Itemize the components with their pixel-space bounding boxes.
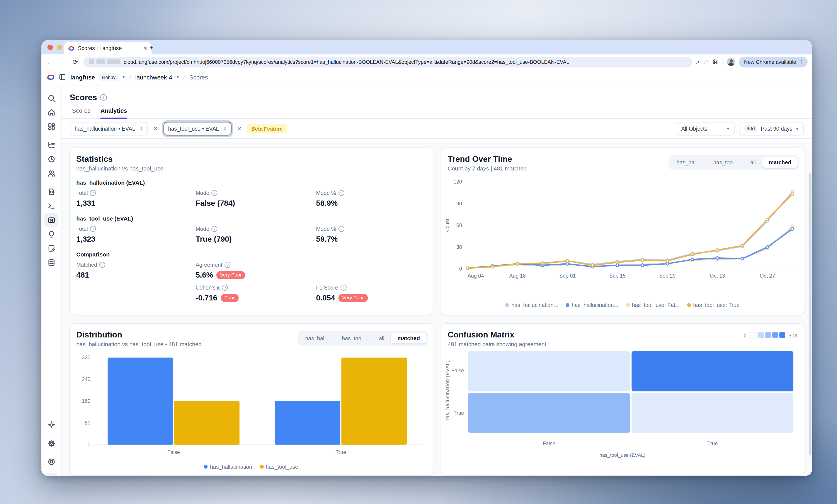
bookmark-star-icon[interactable]: ☆ bbox=[703, 58, 709, 66]
desktop: Scores | Langfuse ✕ + ← → ⟳ cloud.langfu… bbox=[0, 0, 837, 504]
chevron-down-icon: ▾ bbox=[727, 126, 729, 131]
support-lifebuoy-icon[interactable] bbox=[44, 454, 58, 469]
url-text: cloud.langfuse.com/project/cmhnuoj660007… bbox=[124, 59, 569, 65]
breadcrumb-org[interactable]: langfuse bbox=[70, 74, 95, 80]
help-icon[interactable]: ? bbox=[90, 190, 96, 196]
tab-scores[interactable]: Scores bbox=[72, 107, 91, 118]
browser-menu-icon[interactable]: ⋮ bbox=[799, 59, 804, 65]
svg-text:Aug 04: Aug 04 bbox=[467, 273, 484, 279]
chevrons-up-down-icon: ▲▼ bbox=[224, 126, 227, 131]
sidebar-item-scores[interactable] bbox=[44, 213, 58, 227]
help-icon[interactable]: ? bbox=[222, 285, 228, 291]
trend-chart: 0306090120Aug 04Aug 18Sep 01Sep 15Sep 29… bbox=[443, 176, 800, 290]
sidebar-item-playground[interactable] bbox=[44, 199, 58, 213]
page-scrollbar[interactable] bbox=[809, 173, 812, 456]
segment-score2[interactable]: has_too... bbox=[336, 333, 373, 343]
url-bar[interactable]: cloud.langfuse.com/project/cmhnuoj660007… bbox=[84, 56, 692, 67]
confusion-cell-true-true[interactable] bbox=[631, 393, 793, 433]
sidebar-toggle-icon[interactable] bbox=[59, 74, 66, 81]
close-window-button[interactable] bbox=[48, 45, 53, 50]
forward-button[interactable]: → bbox=[58, 58, 67, 66]
score2-remove-button[interactable]: ✕ bbox=[236, 125, 243, 131]
help-icon[interactable]: ? bbox=[100, 262, 106, 268]
reload-button[interactable]: ⟳ bbox=[71, 58, 79, 66]
distribution-card: Distribution has_hallucination vs has_to… bbox=[69, 323, 433, 476]
trend-legend: has_hallucination...has_hallucination...… bbox=[441, 302, 804, 308]
date-range-select[interactable]: 90d Past 90 days ▾ bbox=[739, 122, 804, 135]
langfuse-logo bbox=[47, 73, 54, 81]
sidebar-item-search[interactable] bbox=[44, 91, 58, 105]
object-type-select[interactable]: All Objects ▾ bbox=[676, 122, 734, 135]
help-icon[interactable]: ? bbox=[338, 190, 344, 196]
sidebar-item-prompts[interactable] bbox=[44, 185, 58, 199]
confusion-cell-false-false[interactable] bbox=[468, 351, 630, 391]
segment-score1[interactable]: has_hal... bbox=[670, 157, 707, 168]
breadcrumb-page: Scores bbox=[190, 74, 208, 80]
beta-feature-badge: Beta Feature bbox=[247, 124, 287, 133]
project-chevron-down-icon[interactable]: ▾ bbox=[177, 75, 179, 80]
legend-item: has_tool_use bbox=[260, 464, 298, 470]
browser-tab[interactable]: Scores | Langfuse ✕ bbox=[64, 42, 152, 55]
score2-select[interactable]: has_tool_use • EVAL ▲▼ bbox=[163, 122, 231, 135]
page-info-icon[interactable]: i bbox=[100, 94, 107, 100]
tab-close-icon[interactable]: ✕ bbox=[143, 45, 148, 51]
new-tab-button[interactable]: + bbox=[149, 44, 154, 51]
whats-new-sparkle-icon[interactable] bbox=[44, 417, 58, 432]
svg-text:Aug 18: Aug 18 bbox=[509, 273, 525, 279]
svg-text:30: 30 bbox=[456, 244, 462, 250]
sidebar-item-datasets[interactable] bbox=[44, 241, 58, 255]
user-avatar[interactable]: M bbox=[45, 473, 57, 476]
breadcrumb-divider: / bbox=[182, 73, 186, 81]
score1-select[interactable]: has_hallucination • EVAL ▲▼ bbox=[70, 122, 148, 135]
scale-swatch bbox=[758, 332, 764, 338]
svg-text:0: 0 bbox=[88, 442, 90, 447]
sidebar-item-home[interactable] bbox=[44, 105, 58, 119]
sidebar-item-sessions[interactable] bbox=[44, 152, 58, 166]
metric-total: Total? 1,331 bbox=[76, 190, 196, 207]
svg-text:True: True bbox=[336, 449, 346, 455]
back-button[interactable]: ← bbox=[46, 58, 54, 66]
svg-text:160: 160 bbox=[82, 398, 90, 404]
svg-text:90: 90 bbox=[456, 201, 462, 206]
tab-analytics[interactable]: Analytics bbox=[101, 107, 127, 118]
confusion-card: Confusion Matrix 481 matched pairs showi… bbox=[441, 323, 804, 476]
settings-gear-icon[interactable] bbox=[44, 436, 58, 450]
zoom-page-icon[interactable]: ⌕ bbox=[696, 58, 699, 66]
segment-matched[interactable]: matched bbox=[762, 157, 798, 168]
sidebar-item-users[interactable] bbox=[44, 166, 58, 180]
help-icon[interactable]: ? bbox=[211, 190, 217, 196]
sidebar-item-dashboards[interactable] bbox=[44, 119, 58, 133]
segment-all[interactable]: all bbox=[372, 333, 391, 343]
sidebar-item-tracing[interactable] bbox=[44, 138, 58, 152]
chevron-down-icon: ▾ bbox=[796, 126, 798, 131]
legend-item: has_tool_use: True bbox=[687, 302, 740, 308]
segment-score1[interactable]: has_hal... bbox=[299, 333, 335, 343]
section-name: Comparison bbox=[70, 243, 432, 258]
svg-text:240: 240 bbox=[82, 376, 90, 382]
breadcrumb-project[interactable]: launchweek-4 bbox=[135, 74, 172, 80]
confusion-cell-false-true[interactable] bbox=[631, 351, 793, 391]
help-icon[interactable]: ? bbox=[338, 226, 344, 232]
help-icon[interactable]: ? bbox=[211, 226, 217, 232]
scale-swatch bbox=[750, 332, 757, 339]
confusion-cell-true-false[interactable] bbox=[468, 393, 630, 433]
org-chevron-down-icon[interactable]: ▾ bbox=[123, 75, 125, 80]
chrome-update-button[interactable]: New Chrome available ⋮ bbox=[739, 56, 807, 67]
help-icon[interactable]: ? bbox=[340, 285, 346, 291]
help-icon[interactable]: ? bbox=[90, 226, 96, 232]
scale-max: 303 bbox=[789, 333, 797, 339]
sidebar-item-evaluation[interactable] bbox=[44, 227, 58, 241]
browser-window: Scores | Langfuse ✕ + ← → ⟳ cloud.langfu… bbox=[41, 40, 812, 476]
main-content: Scores i Scores Analytics has_hallucinat… bbox=[62, 86, 812, 476]
extensions-icon[interactable] bbox=[713, 58, 719, 66]
statistics-subtitle: has_hallucination vs has_tool_use bbox=[70, 163, 432, 171]
minimize-window-button[interactable] bbox=[57, 45, 62, 50]
segment-matched[interactable]: matched bbox=[391, 333, 426, 343]
segment-all[interactable]: all bbox=[744, 157, 762, 168]
segment-score2[interactable]: has_too... bbox=[707, 157, 744, 168]
help-icon[interactable]: ? bbox=[225, 262, 231, 268]
score1-remove-button[interactable]: ✕ bbox=[152, 125, 159, 131]
profile-avatar[interactable] bbox=[727, 58, 735, 66]
sidebar-item-exports[interactable] bbox=[44, 255, 58, 269]
col-label-true: True bbox=[691, 441, 734, 447]
